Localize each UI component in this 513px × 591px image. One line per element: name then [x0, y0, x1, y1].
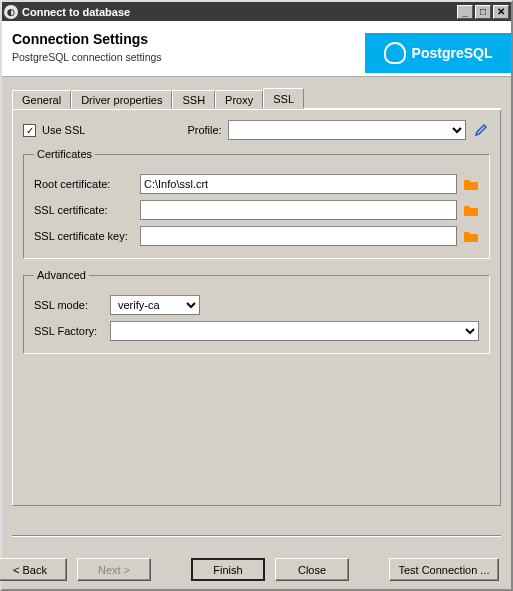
header: Connection Settings PostgreSQL connectio…: [2, 21, 511, 77]
titlebar: ◐ Connect to database _ □ ✕: [2, 2, 511, 21]
tabpanel-ssl: ✓ Use SSL Profile: Certificates Root cer…: [12, 110, 501, 506]
root-cert-input[interactable]: [140, 174, 457, 194]
advanced-group: Advanced SSL mode: verify-ca SSL Factory…: [23, 269, 490, 354]
tab-ssl[interactable]: SSL: [263, 88, 304, 109]
minimize-button[interactable]: _: [457, 5, 473, 19]
folder-icon: [463, 229, 479, 243]
tab-general[interactable]: General: [12, 90, 71, 109]
separator: [12, 535, 501, 537]
ssl-cert-browse-button[interactable]: [463, 203, 479, 217]
ssl-factory-label: SSL Factory:: [34, 325, 104, 337]
ssl-factory-select[interactable]: [110, 321, 479, 341]
footer: < Back Next > Finish Close Test Connecti…: [2, 558, 511, 581]
use-ssl-checkbox[interactable]: ✓: [23, 124, 36, 137]
tab-driver-properties[interactable]: Driver properties: [71, 90, 172, 109]
ssl-key-label: SSL certificate key:: [34, 230, 134, 242]
root-cert-label: Root certificate:: [34, 178, 134, 190]
ssl-cert-input[interactable]: [140, 200, 457, 220]
next-button[interactable]: Next >: [77, 558, 151, 581]
root-cert-browse-button[interactable]: [463, 177, 479, 191]
tabstrip: General Driver properties SSH Proxy SSL: [12, 87, 501, 110]
folder-icon: [463, 177, 479, 191]
back-button[interactable]: < Back: [0, 558, 67, 581]
elephant-icon: [384, 42, 406, 64]
test-connection-button[interactable]: Test Connection ...: [389, 558, 499, 581]
edit-profile-button[interactable]: [472, 121, 490, 139]
close-window-button[interactable]: ✕: [493, 5, 509, 19]
profile-select[interactable]: [228, 120, 466, 140]
app-icon: ◐: [4, 5, 18, 19]
window-title: Connect to database: [22, 6, 455, 18]
use-ssl-label: Use SSL: [42, 124, 85, 136]
advanced-legend: Advanced: [34, 269, 89, 281]
ssl-mode-label: SSL mode:: [34, 299, 104, 311]
logo-text: PostgreSQL: [412, 45, 493, 61]
maximize-button[interactable]: □: [475, 5, 491, 19]
ssl-mode-select[interactable]: verify-ca: [110, 295, 200, 315]
ssl-key-input[interactable]: [140, 226, 457, 246]
pencil-icon: [474, 123, 488, 137]
ssl-cert-label: SSL certificate:: [34, 204, 134, 216]
folder-icon: [463, 203, 479, 217]
postgresql-logo: PostgreSQL: [365, 33, 511, 73]
finish-button[interactable]: Finish: [191, 558, 265, 581]
certificates-group: Certificates Root certificate: SSL certi…: [23, 148, 490, 259]
ssl-key-browse-button[interactable]: [463, 229, 479, 243]
tab-proxy[interactable]: Proxy: [215, 90, 263, 109]
tab-ssh[interactable]: SSH: [172, 90, 215, 109]
profile-label: Profile:: [187, 124, 221, 136]
close-button[interactable]: Close: [275, 558, 349, 581]
certificates-legend: Certificates: [34, 148, 95, 160]
